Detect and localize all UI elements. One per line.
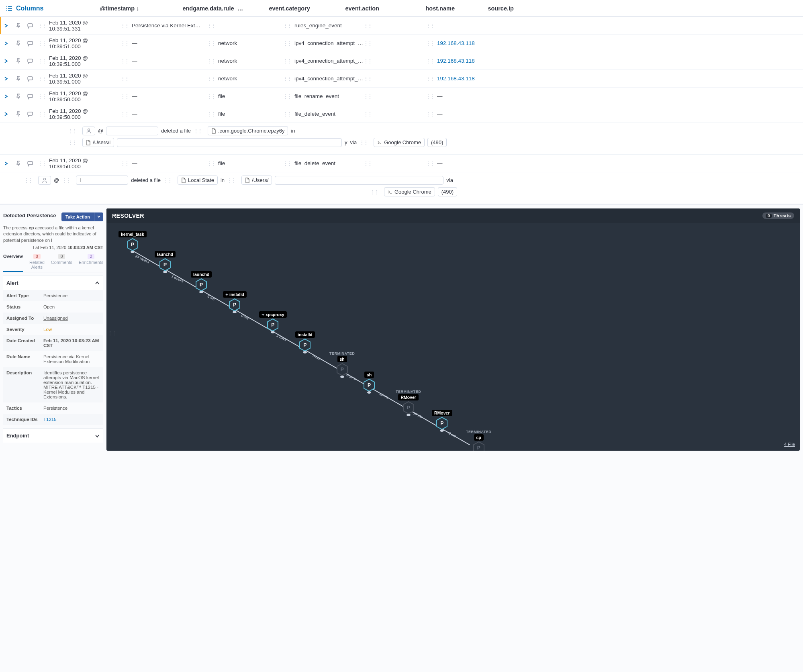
pin-row-button[interactable] (12, 160, 24, 166)
take-action-button[interactable]: Take Action (61, 212, 94, 221)
drag-grip[interactable]: ⋮⋮ (121, 111, 129, 117)
expand-row-button[interactable] (0, 23, 12, 29)
drag-grip[interactable]: ⋮⋮ (121, 94, 129, 99)
path-field[interactable] (275, 176, 443, 185)
th-host[interactable]: host.name (425, 5, 488, 12)
process-node-launchd[interactable]: launchd P (155, 251, 176, 271)
drag-grip[interactable]: ⋮⋮ (207, 41, 215, 46)
add-note-button[interactable] (24, 40, 36, 47)
process-node-RMover[interactable]: TERMINATED RMover P (396, 390, 421, 414)
kv-value[interactable]: T1215 (43, 417, 100, 422)
proc-token[interactable]: Google Chrome (374, 138, 425, 147)
th-action[interactable]: event.action (345, 5, 425, 12)
process-node-RMover[interactable]: RMover P (432, 410, 452, 430)
drag-grip[interactable]: ⋮⋮ (283, 94, 291, 99)
drag-grip[interactable]: ⋮⋮ (38, 94, 46, 99)
add-note-button[interactable] (24, 160, 36, 167)
pin-row-button[interactable] (12, 58, 24, 64)
th-rule[interactable]: endgame.data.rule_… (182, 5, 269, 12)
file-count-link[interactable]: 4 File (784, 442, 795, 447)
drag-grip[interactable]: ⋮⋮ (426, 76, 434, 82)
th-timestamp[interactable]: @timestamp (100, 5, 182, 12)
cell-value[interactable]: 192.168.43.118 (437, 40, 475, 46)
drag-grip[interactable]: ⋮⋮ (364, 161, 372, 166)
kv-value[interactable]: Unassigned (43, 316, 100, 321)
process-node-sh[interactable]: TERMINATED sh P (329, 351, 355, 376)
th-category[interactable]: event.category (269, 5, 345, 12)
process-node-kernel_task[interactable]: kernel_task P (119, 231, 147, 251)
file-token[interactable]: .com.google.Chrome.epzy6y (208, 126, 288, 135)
drag-grip[interactable]: ⋮⋮ (364, 41, 372, 46)
cell-value[interactable]: 192.168.43.118 (437, 76, 475, 82)
tab-enrichments[interactable]: 2Enrichments (79, 254, 103, 272)
drag-grip[interactable]: ⋮⋮ (121, 161, 129, 166)
add-note-button[interactable] (24, 58, 36, 64)
drag-grip[interactable]: ⋮⋮ (38, 161, 46, 166)
drag-grip[interactable]: ⋮⋮ (121, 23, 129, 29)
drag-grip[interactable]: ⋮⋮ (121, 76, 129, 82)
tab-comments[interactable]: 0Comments (51, 254, 72, 272)
tab-overview[interactable]: Overview (3, 254, 23, 272)
drag-grip[interactable]: ⋮⋮ (364, 111, 372, 117)
tab-related-alerts[interactable]: 0Related Alerts (29, 254, 45, 272)
pin-row-button[interactable] (12, 76, 24, 82)
file-token[interactable]: Local State (178, 176, 218, 185)
expand-row-button[interactable] (0, 94, 12, 99)
drag-grip[interactable]: ⋮⋮ (426, 41, 434, 46)
process-node-installd[interactable]: installd P (295, 331, 315, 351)
drag-grip[interactable]: ⋮⋮ (283, 58, 291, 64)
endpoint-accordion[interactable]: Endpoint (3, 428, 103, 443)
drag-grip[interactable]: ⋮⋮ (426, 111, 434, 117)
add-note-button[interactable] (24, 22, 36, 29)
alert-accordion[interactable]: Alert (3, 276, 103, 290)
drag-grip[interactable]: ⋮⋮ (426, 58, 434, 64)
drag-grip[interactable]: ⋮⋮ (121, 58, 129, 64)
process-node-sh[interactable]: sh P (364, 372, 375, 392)
drag-grip[interactable]: ⋮⋮ (38, 76, 46, 82)
drag-grip[interactable]: ⋮⋮ (364, 23, 372, 29)
add-note-button[interactable] (24, 93, 36, 100)
pin-row-button[interactable] (12, 111, 24, 117)
drag-grip[interactable]: ⋮⋮ (38, 58, 46, 64)
pin-row-button[interactable] (12, 93, 24, 99)
expand-row-button[interactable] (0, 58, 12, 64)
threats-toggle[interactable]: 0Threats (762, 212, 794, 219)
path-token[interactable]: /Users/ (241, 176, 272, 185)
drag-grip[interactable]: ⋮⋮ (207, 161, 215, 166)
drag-grip[interactable]: ⋮⋮ (207, 23, 215, 29)
path-token[interactable]: /Users/l (82, 138, 114, 147)
pin-row-button[interactable] (12, 22, 24, 29)
process-node-cp[interactable]: TERMINATED cp P (466, 430, 491, 451)
expand-row-button[interactable] (0, 41, 12, 46)
drag-grip[interactable]: ⋮⋮ (283, 41, 291, 46)
drag-grip[interactable]: ⋮⋮ (38, 41, 46, 46)
path-field[interactable] (117, 138, 342, 147)
process-node-launchd[interactable]: launchd P (191, 271, 212, 291)
process-node-xpcproxy[interactable]: ✦xpcproxy P (259, 311, 287, 331)
drag-grip[interactable]: ⋮⋮ (207, 58, 215, 64)
drag-grip[interactable]: ⋮⋮ (283, 111, 291, 117)
drag-grip[interactable]: ⋮⋮ (38, 111, 46, 117)
drag-grip[interactable]: ⋮⋮ (426, 161, 434, 166)
expand-row-button[interactable] (0, 76, 12, 82)
drag-grip[interactable]: ⋮⋮ (207, 94, 215, 99)
drag-grip[interactable]: ⋮⋮ (283, 76, 291, 82)
add-note-button[interactable] (24, 111, 36, 117)
drag-grip[interactable]: ⋮⋮ (426, 94, 434, 99)
columns-button[interactable]: Columns (0, 5, 49, 12)
proc-token[interactable]: Google Chrome (384, 187, 435, 196)
host-field[interactable] (106, 127, 158, 135)
drag-grip[interactable]: ⋮⋮ (38, 23, 46, 29)
drag-grip[interactable]: ⋮⋮ (207, 111, 215, 117)
drag-grip[interactable]: ⋮⋮ (364, 76, 372, 82)
drag-grip[interactable]: ⋮⋮ (364, 94, 372, 99)
drag-grip[interactable]: ⋮⋮ (426, 23, 434, 29)
drag-grip[interactable]: ⋮⋮ (121, 41, 129, 46)
take-action-dropdown[interactable] (94, 212, 103, 221)
th-source-ip[interactable]: source.ip (488, 5, 542, 12)
drag-grip[interactable]: ⋮⋮ (283, 23, 291, 29)
expand-row-button[interactable] (0, 161, 12, 166)
drag-grip[interactable]: ⋮⋮ (283, 161, 291, 166)
pin-row-button[interactable] (12, 40, 24, 46)
expand-row-button[interactable] (0, 111, 12, 117)
